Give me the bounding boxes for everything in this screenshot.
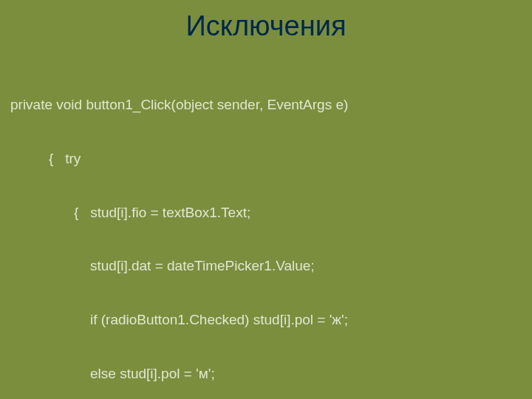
code-line: { stud[i].fio = textBox1.Text; <box>10 204 517 222</box>
code-line: { try <box>10 150 517 168</box>
slide-title: Исключения <box>0 0 532 60</box>
code-line: if (radioButton1.Checked) stud[i].pol = … <box>10 311 517 329</box>
code-line: stud[i].dat = dateTimePicker1.Value; <box>10 257 517 275</box>
code-line: else stud[i].pol = 'м'; <box>10 365 517 383</box>
code-block: private void button1_Click(object sender… <box>0 60 532 399</box>
code-line: private void button1_Click(object sender… <box>10 96 517 114</box>
